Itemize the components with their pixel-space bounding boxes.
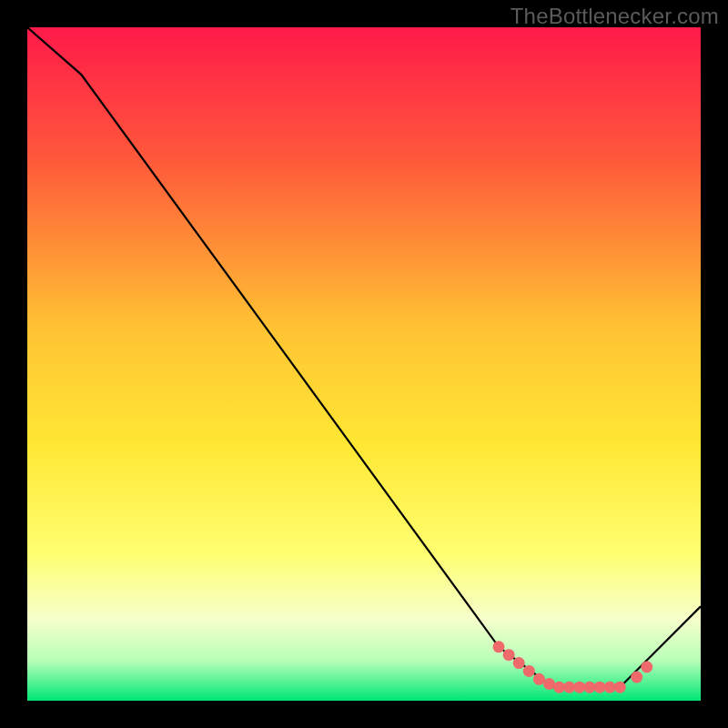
marker-dot xyxy=(493,641,505,652)
gradient-background xyxy=(27,27,701,701)
chart-frame: TheBottlenecker.com xyxy=(0,0,728,728)
marker-dot xyxy=(631,672,642,683)
chart-svg xyxy=(27,27,701,701)
marker-dot xyxy=(543,678,555,690)
marker-dot xyxy=(583,682,595,693)
marker-dot xyxy=(641,662,652,673)
marker-dot xyxy=(553,682,565,693)
marker-dot xyxy=(573,682,585,693)
marker-dot xyxy=(533,673,545,685)
marker-dot xyxy=(523,665,535,677)
watermark-text: TheBottlenecker.com xyxy=(511,4,719,29)
marker-dot xyxy=(604,682,616,693)
marker-dot xyxy=(563,682,575,693)
marker-dot xyxy=(614,682,626,693)
plot-area xyxy=(27,27,701,701)
marker-dot xyxy=(503,649,515,661)
marker-dot xyxy=(594,682,606,693)
marker-dot xyxy=(513,657,525,669)
